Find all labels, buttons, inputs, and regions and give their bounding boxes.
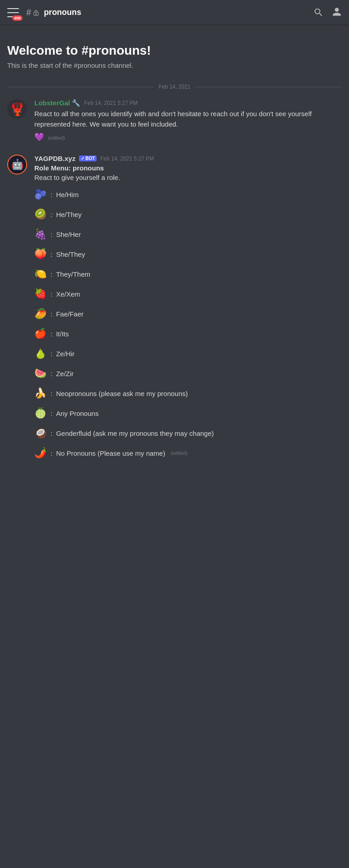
pronoun-item-he-they: 🥝 : He/They xyxy=(34,208,342,220)
pronoun-colon: : xyxy=(51,191,52,198)
message-lobstergal: 🦞 LobsterGal🔧 Feb 14, 2021 5:27 PM React… xyxy=(7,97,342,144)
pronoun-item-they-them: 🍋 : They/Them xyxy=(34,268,342,280)
pronoun-colon: : xyxy=(51,330,52,338)
message-lobstergal-text: React to all the ones you identify with … xyxy=(34,109,342,129)
pronoun-item-xe-xem: 🍓 : Xe/Xem xyxy=(34,288,342,300)
message-yagpdb-header: YAGPDB.xyz ✓ BOT Feb 14, 2021 5:27 PM xyxy=(34,155,342,162)
pronoun-emoji-neopronouns: 🍌 xyxy=(34,387,47,399)
reaction-area: 💜 (edited) xyxy=(34,132,342,142)
pronoun-colon: : xyxy=(51,231,52,238)
pronoun-label-it-its: It/Its xyxy=(56,330,69,338)
pronoun-item-genderfluid: 🥥 : Genderfluid (ask me my pronouns they… xyxy=(34,427,342,439)
pronoun-item-any: 🍈 : Any Pronouns xyxy=(34,407,342,419)
pronoun-emoji-genderfluid: 🥥 xyxy=(34,427,47,439)
pronoun-item-no-pronouns: 🌶️ : No Pronouns (Please use my name) (e… xyxy=(34,447,342,459)
pronoun-item-he-him: 🫐 : He/Him xyxy=(34,189,342,200)
pronoun-emoji-no-pronouns: 🌶️ xyxy=(34,447,47,459)
role-menu-title: Role Menu: pronouns xyxy=(34,164,342,172)
pronoun-colon: : xyxy=(51,310,52,318)
person-icon xyxy=(332,7,342,17)
channel-header: 406 # pronouns xyxy=(0,0,349,25)
hamburger-menu-button[interactable]: 406 xyxy=(7,8,19,17)
pronoun-colon: : xyxy=(51,250,52,258)
channel-name: pronouns xyxy=(44,8,81,17)
pronoun-colon: : xyxy=(51,290,52,298)
pronoun-label-ze-hir: Ze/Hir xyxy=(56,350,74,358)
pronoun-list: 🫐 : He/Him 🥝 : He/They 🍇 : She/Her 🍑 : xyxy=(34,189,342,459)
edited-tag: (edited) xyxy=(48,135,65,141)
header-right xyxy=(313,7,342,19)
pronoun-emoji-they-them: 🍋 xyxy=(34,268,47,280)
pronoun-label-neopronouns: Neopronouns (please ask me my pronouns) xyxy=(56,390,188,397)
pronoun-colon: : xyxy=(51,429,52,437)
header-left: 406 # pronouns xyxy=(7,7,313,18)
pronoun-item-she-her: 🍇 : She/Her xyxy=(34,228,342,240)
pronoun-colon: : xyxy=(51,449,52,457)
pronoun-colon: : xyxy=(51,211,52,218)
message-lobstergal-header: LobsterGal🔧 Feb 14, 2021 5:27 PM xyxy=(34,99,342,107)
pronoun-label-no-pronouns: No Pronouns (Please use my name) xyxy=(56,449,165,457)
timestamp-yagpdb: Feb 14, 2021 5:27 PM xyxy=(100,156,154,162)
welcome-subtitle: This is the start of the #pronouns chann… xyxy=(7,61,342,69)
avatar-yagpdb: 🤖 xyxy=(7,155,27,175)
pronoun-emoji-ze-zir: 🍉 xyxy=(34,368,47,379)
pronoun-item-neopronouns: 🍌 : Neopronouns (please ask me my pronou… xyxy=(34,387,342,399)
pronoun-label-fae-faer: Fae/Faer xyxy=(56,310,84,318)
message-yagpdb: 🤖 YAGPDB.xyz ✓ BOT Feb 14, 2021 5:27 PM … xyxy=(7,153,342,469)
role-menu-subtitle: React to give yourself a role. xyxy=(34,174,342,181)
pronoun-colon: : xyxy=(51,410,52,417)
avatar-lobstergal: 🦞 xyxy=(7,99,27,119)
search-button[interactable] xyxy=(313,7,323,19)
heart-reaction: 💜 xyxy=(34,132,44,142)
pronoun-emoji-fae-faer: 🥭 xyxy=(34,308,47,320)
pronoun-label-ze-zir: Ze/Zir xyxy=(56,370,74,377)
pronoun-colon: : xyxy=(51,350,52,358)
username-lobstergal: LobsterGal🔧 xyxy=(34,99,80,107)
date-divider: Feb 14, 2021 xyxy=(7,84,342,90)
channel-welcome-block: Welcome to #pronouns! This is the start … xyxy=(7,33,342,76)
pronoun-emoji-any: 🍈 xyxy=(34,407,47,419)
chat-content: Welcome to #pronouns! This is the start … xyxy=(0,25,349,485)
pronoun-label-he-him: He/Him xyxy=(56,191,79,198)
pronoun-label-genderfluid: Genderfluid (ask me my pronouns they may… xyxy=(56,429,214,437)
profile-button[interactable] xyxy=(332,7,342,19)
pronoun-item-it-its: 🍎 : It/Its xyxy=(34,328,342,340)
pronoun-label-any: Any Pronouns xyxy=(56,410,98,417)
pronoun-item-she-they: 🍑 : She/They xyxy=(34,248,342,260)
pronoun-emoji-she-they: 🍑 xyxy=(34,248,47,260)
pronoun-colon: : xyxy=(51,390,52,397)
bot-badge: ✓ BOT xyxy=(79,156,97,161)
pronoun-item-ze-hir: 🍐 : Ze/Hir xyxy=(34,348,342,359)
message-lobstergal-content: LobsterGal🔧 Feb 14, 2021 5:27 PM React t… xyxy=(34,99,342,142)
notification-badge: 406 xyxy=(12,15,23,21)
pronoun-colon: : xyxy=(51,370,52,377)
pronoun-colon: : xyxy=(51,270,52,278)
pronoun-item-ze-zir: 🍉 : Ze/Zir xyxy=(34,368,342,379)
channel-lock-icon xyxy=(33,9,39,16)
welcome-title: Welcome to #pronouns! xyxy=(7,43,342,58)
pronoun-emoji-he-him: 🫐 xyxy=(34,189,47,200)
pronoun-emoji-ze-hir: 🍐 xyxy=(34,348,47,359)
message-yagpdb-content: YAGPDB.xyz ✓ BOT Feb 14, 2021 5:27 PM Ro… xyxy=(34,155,342,467)
pronoun-emoji-he-they: 🥝 xyxy=(34,208,47,220)
search-icon xyxy=(313,7,323,17)
timestamp-lobstergal: Feb 14, 2021 5:27 PM xyxy=(84,100,138,106)
pronoun-label-he-they: He/They xyxy=(56,211,82,218)
pronoun-emoji-it-its: 🍎 xyxy=(34,328,47,340)
pronoun-emoji-xe-xem: 🍓 xyxy=(34,288,47,300)
pronoun-emoji-she-her: 🍇 xyxy=(34,228,47,240)
pronoun-label-they-them: They/Them xyxy=(56,270,90,278)
pronoun-label-she-her: She/Her xyxy=(56,231,81,238)
no-pronouns-edited-tag: (edited) xyxy=(171,450,187,456)
channel-hash-icon: # xyxy=(26,7,31,18)
pronoun-item-fae-faer: 🥭 : Fae/Faer xyxy=(34,308,342,320)
username-yagpdb: YAGPDB.xyz xyxy=(34,155,75,162)
pronoun-label-she-they: She/They xyxy=(56,250,85,258)
pronoun-label-xe-xem: Xe/Xem xyxy=(56,290,80,298)
